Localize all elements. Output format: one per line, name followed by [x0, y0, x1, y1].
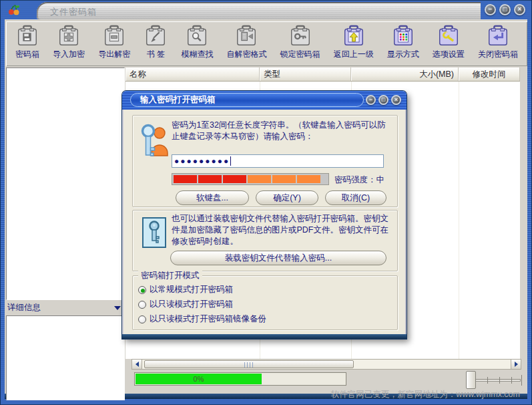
dialog-maximize-button[interactable]: □	[378, 95, 388, 105]
slider-thumb[interactable]	[466, 371, 476, 389]
toolbar-button-import-encrypt[interactable]: 导入加密	[53, 24, 85, 60]
window-controls: − □ ×	[485, 4, 525, 15]
strength-segment	[272, 175, 296, 183]
strength-segment	[198, 175, 222, 183]
toolbar-label: 锁定密码箱	[280, 49, 320, 60]
radio-normal-mode[interactable]: 以常规模式打开密码箱	[138, 284, 233, 295]
horizontal-scrollbar[interactable]	[131, 359, 521, 370]
status-notice: 软件官网已变更，新官网地址为：www.wjmmx.com	[331, 389, 520, 400]
toolbar-label: 返回上一级	[334, 49, 374, 60]
progress-fill: 0%	[136, 374, 262, 384]
maximize-button[interactable]: □	[499, 4, 511, 15]
toolbar-label: 显示方式	[387, 49, 419, 60]
briefcase-plus-icon	[57, 24, 81, 48]
toolbar-button-passwordbox[interactable]: 密码箱	[15, 24, 39, 60]
toolbar-button-fuzzy-search[interactable]: 模糊查找	[181, 24, 213, 60]
chevron-down-icon[interactable]	[114, 306, 121, 310]
progress-bar: 0%	[134, 372, 346, 386]
key-file-icon	[142, 217, 166, 248]
app-logo-cherry-icon	[7, 4, 21, 16]
toolbar-label: 书 签	[147, 49, 165, 60]
radio-label: 以只读模式打开密码箱	[150, 299, 233, 310]
toolbar-label: 选项设置	[433, 49, 465, 60]
scrollbar-thumb[interactable]	[144, 360, 354, 368]
scroll-left-button[interactable]	[132, 360, 142, 369]
toolbar: 密码箱 导入加密 导出解密	[6, 21, 527, 66]
minimize-button[interactable]: −	[485, 4, 496, 15]
column-header-size[interactable]: 大小(MB)	[351, 68, 459, 81]
password-strength-bar	[172, 173, 329, 185]
dialog-titlebar: 输入密码打开密码箱 − □ ×	[122, 91, 407, 110]
briefcase-wrench-icon	[437, 24, 461, 48]
open-mode-section: 密码箱打开模式 以常规模式打开密码箱 以只读模式打开密码箱 以只读模式打开密码箱…	[132, 275, 398, 330]
details-panel	[6, 315, 125, 400]
password-section: 密码为1至32间任意长度字符串。（软键盘输入密码可以防止键盘记录等木马窃密）请输…	[132, 115, 398, 207]
password-instruction: 密码为1至32间任意长度字符串。（软键盘输入密码可以防止键盘记录等木马窃密）请输…	[172, 120, 393, 142]
toolbar-button-export-decrypt[interactable]: 导出解密	[98, 24, 130, 60]
toolbar-button-go-up[interactable]: 返回上一级	[334, 24, 374, 60]
text-caret	[230, 156, 231, 166]
scroll-right-button[interactable]	[511, 360, 521, 369]
briefcase-export-icon	[234, 24, 258, 48]
toolbar-button-options[interactable]: 选项设置	[433, 24, 465, 60]
radio-label: 以常规模式打开密码箱	[150, 284, 233, 295]
radio-label: 以只读模式打开密码箱镜像备份	[150, 313, 266, 325]
slider-rail	[475, 379, 521, 382]
ok-button[interactable]: 确定(Y)	[256, 190, 318, 205]
strength-segment	[174, 175, 197, 183]
password-input[interactable]: ●●●●●●●●●	[172, 154, 384, 168]
briefcase-brush-icon	[144, 24, 168, 48]
tree-panel	[6, 68, 125, 300]
column-header-name[interactable]: 名称	[125, 68, 260, 81]
zoom-slider	[466, 370, 522, 390]
dialog-body: 密码为1至32间任意长度字符串。（软键盘输入密码可以防止键盘记录等木马窃密）请输…	[122, 110, 407, 334]
toolbar-button-close-box[interactable]: 关闭密码箱	[478, 24, 518, 60]
password-dialog: 输入密码打开密码箱 − □ × 密码为1至32间任意长度字符串。（软键盘输入密码…	[122, 91, 407, 339]
strength-segment	[248, 175, 271, 183]
title-plate: 文件密码箱	[37, 2, 481, 19]
slider-tick	[511, 377, 512, 384]
scrollbar-grip-icon	[244, 362, 254, 368]
column-header-modified[interactable]: 修改时间	[459, 68, 520, 81]
radio-readonly-mirror-mode[interactable]: 以只读模式打开密码箱镜像备份	[138, 313, 266, 325]
briefcase-key-icon	[288, 24, 312, 48]
toolbar-label: 导出解密	[98, 49, 130, 60]
briefcase-return-icon	[486, 24, 510, 48]
toolbar-button-selfdecrypt-format[interactable]: 自解密格式	[226, 24, 266, 60]
details-toggle[interactable]: 详细信息	[6, 301, 125, 314]
keyfile-section: 也可以通过装载密钥文件代替输入密码打开密码箱。密钥文件是加密隐藏了密码信息的图片…	[132, 210, 398, 271]
load-keyfile-button[interactable]: 装载密钥文件代替输入密码...	[170, 251, 386, 265]
dialog-close-button[interactable]: ×	[391, 95, 401, 105]
strength-segment	[297, 175, 320, 183]
toolbar-button-lock-box[interactable]: 锁定密码箱	[280, 24, 320, 60]
toolbar-label: 自解密格式	[226, 49, 266, 60]
key-user-icon	[140, 122, 169, 164]
password-value: ●●●●●●●●●	[174, 156, 230, 166]
radio-readonly-mode[interactable]: 以只读模式打开密码箱	[138, 299, 233, 310]
dialog-minimize-button[interactable]: −	[366, 95, 376, 105]
toolbar-label: 导入加密	[53, 49, 85, 60]
list-header: 名称 类型 大小(MB) 修改时间	[125, 68, 520, 82]
scroll-left-icon	[136, 362, 139, 367]
close-button[interactable]: ×	[514, 4, 525, 15]
column-header-type[interactable]: 类型	[260, 68, 351, 81]
strength-label: 密码强度：中	[334, 174, 384, 186]
window-title: 文件密码箱	[50, 6, 97, 18]
column-divider	[459, 82, 459, 359]
dialog-bottom-edge	[122, 334, 407, 339]
briefcase-search-icon	[185, 24, 209, 48]
open-mode-legend: 密码箱打开模式	[138, 270, 202, 281]
scroll-right-icon	[515, 362, 518, 367]
briefcase-minus-icon	[102, 24, 126, 48]
toolbar-button-view-mode[interactable]: 显示方式	[387, 24, 419, 60]
dialog-controls: − □ ×	[366, 95, 401, 105]
details-label: 详细信息	[7, 302, 41, 313]
toolbar-label: 关闭密码箱	[478, 49, 518, 60]
slider-tick	[499, 377, 500, 384]
slider-tick	[487, 377, 488, 384]
toolbar-button-bookmark[interactable]: 书 签	[144, 24, 168, 60]
soft-keyboard-button[interactable]: 软键盘...	[176, 190, 249, 205]
cancel-button[interactable]: 取消(C)	[325, 190, 386, 205]
keyfile-instruction: 也可以通过装载密钥文件代替输入密码打开密码箱。密钥文件是加密隐藏了密码信息的图片…	[172, 213, 394, 247]
strength-segment	[223, 175, 246, 183]
